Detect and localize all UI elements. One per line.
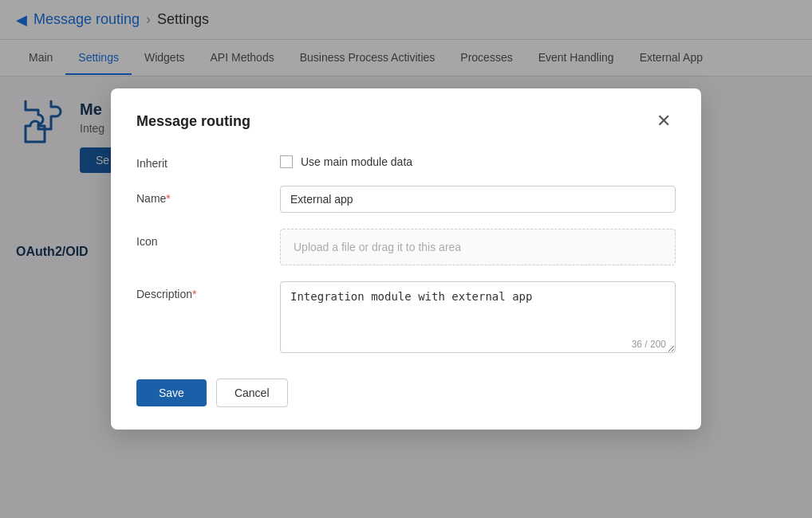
inherit-checkbox[interactable] <box>280 155 293 168</box>
name-input[interactable] <box>280 186 676 213</box>
modal-header: Message routing ✕ <box>136 111 676 131</box>
inherit-checkbox-label: Use main module data <box>301 155 412 168</box>
icon-label: Icon <box>136 229 280 248</box>
message-routing-modal: Message routing ✕ Inherit Use main modul… <box>111 88 701 430</box>
description-label: Description* <box>136 281 280 300</box>
description-control: Integration module with external app 36 … <box>280 281 676 356</box>
inherit-control: Use main module data <box>280 151 676 168</box>
modal-close-button[interactable]: ✕ <box>652 111 676 131</box>
modal-overlay: Message routing ✕ Inherit Use main modul… <box>0 0 812 518</box>
description-required-mark: * <box>192 288 196 300</box>
modal-title: Message routing <box>136 113 250 130</box>
name-label: Name* <box>136 186 280 205</box>
modal-footer: Save Cancel <box>136 379 676 407</box>
char-count: 36 / 200 <box>632 339 666 350</box>
save-button[interactable]: Save <box>136 379 207 406</box>
icon-upload-area[interactable]: Upload a file or drag it to this area <box>280 229 676 265</box>
icon-row: Icon Upload a file or drag it to this ar… <box>136 229 676 265</box>
description-textarea[interactable]: Integration module with external app <box>280 281 676 353</box>
name-row: Name* <box>136 186 676 213</box>
name-control <box>280 186 676 213</box>
icon-control: Upload a file or drag it to this area <box>280 229 676 265</box>
upload-placeholder: Upload a file or drag it to this area <box>294 241 461 253</box>
inherit-label: Inherit <box>136 151 280 170</box>
inherit-row: Inherit Use main module data <box>136 151 676 170</box>
name-required-mark: * <box>166 192 170 205</box>
cancel-button[interactable]: Cancel <box>216 379 288 407</box>
description-row: Description* Integration module with ext… <box>136 281 676 356</box>
